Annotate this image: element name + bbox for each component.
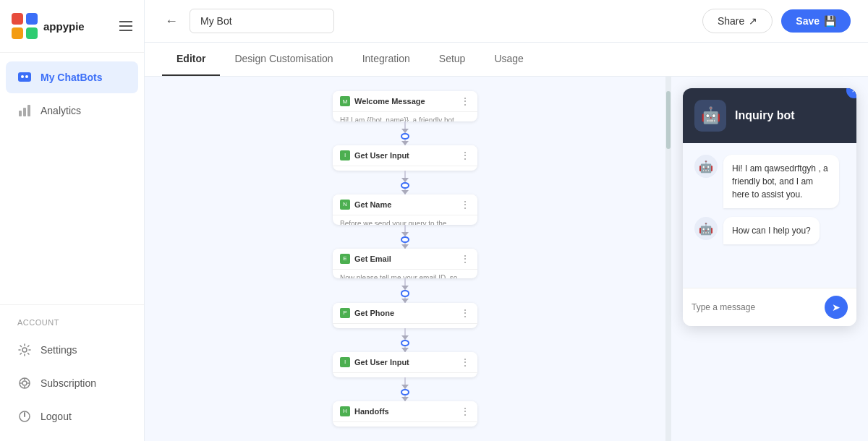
flow-dot-1	[401, 133, 409, 140]
bot-msg-avatar-2: 🤖	[694, 217, 718, 240]
share-icon: ↗	[749, 15, 757, 27]
main-content: ← Share ↗ Save 💾 Editor Design Customisa…	[145, 0, 868, 441]
bot-avatar: 🤖	[694, 100, 726, 132]
sidebar: appypie My ChatBots	[0, 0, 145, 441]
flow-dot-2	[401, 182, 409, 189]
logo-area: appypie	[0, 0, 144, 53]
connector-3b	[404, 243, 406, 249]
chat-preview-panel: × 🤖 Inquiry bot 🤖 Hi! I am qawsedrftgyh …	[683, 88, 856, 326]
svg-rect-7	[21, 80, 24, 82]
connector-5	[404, 328, 406, 340]
header: ← Share ↗ Save 💾	[145, 0, 868, 43]
svg-rect-0	[12, 13, 23, 25]
node-type-icon: E	[340, 254, 350, 264]
chat-header: 🤖 Inquiry bot	[683, 88, 856, 143]
tab-integration[interactable]: Integration	[348, 43, 425, 76]
node-header: H Handoffs ⋮	[333, 401, 477, 422]
node-menu-icon[interactable]: ⋮	[460, 150, 470, 161]
canvas-scrollbar[interactable]	[665, 77, 671, 441]
chat-messages: 🤖 Hi! I am qawsedrftgyh , a friendly bot…	[683, 143, 856, 288]
svg-point-5	[21, 75, 24, 78]
msg-bubble-1: Hi! I am qawsedrftgyh , a friendly bot, …	[723, 155, 839, 208]
logout-icon	[17, 409, 32, 424]
hamburger-menu[interactable]	[119, 21, 132, 31]
back-button[interactable]: ←	[162, 11, 181, 32]
node-type-icon: I	[340, 357, 350, 367]
svg-rect-4	[18, 72, 31, 82]
flow-dot-3	[401, 236, 409, 243]
flow-dot-5	[401, 340, 409, 346]
svg-rect-2	[12, 27, 23, 39]
node-header: I Get User Input ⋮	[333, 145, 477, 166]
node-menu-icon[interactable]: ⋮	[460, 199, 470, 210]
node-menu-icon[interactable]: ⋮	[460, 253, 470, 265]
subscription-icon	[17, 376, 32, 390]
flow-node-get-phone[interactable]: P Get Phone ⋮ Please share your contact …	[333, 303, 477, 328]
node-menu-icon[interactable]: ⋮	[460, 406, 470, 417]
sidebar-nav: My ChatBots Analytics	[0, 53, 144, 304]
node-body: Now please tell me your email ID, so tha…	[333, 270, 477, 279]
connector-3	[404, 225, 406, 236]
sidebar-item-subscription[interactable]: Subscription	[6, 367, 138, 399]
tab-editor[interactable]: Editor	[162, 43, 220, 76]
chat-message-input[interactable]	[692, 302, 819, 312]
node-header: I Get User Input ⋮	[333, 352, 477, 373]
node-type-icon: H	[340, 406, 350, 416]
save-icon: 💾	[824, 15, 836, 27]
node-body	[333, 422, 477, 427]
svg-rect-10	[27, 105, 30, 116]
sidebar-item-logout[interactable]: Logout	[6, 401, 138, 432]
share-button[interactable]: Share ↗	[702, 9, 773, 33]
flow-inner: M Welcome Message ⋮ Hi! I am {{bot_name}…	[145, 77, 665, 441]
scrollbar-thumb[interactable]	[666, 91, 671, 149]
flow-node-handoffs[interactable]: H Handoffs ⋮	[333, 401, 477, 427]
settings-icon	[17, 343, 32, 357]
node-menu-icon[interactable]: ⋮	[460, 356, 470, 368]
flow-node-get-user-input-1[interactable]: I Get User Input ⋮ How can I help you?	[333, 145, 477, 171]
msg-bubble-2: How can I help you?	[723, 217, 820, 244]
node-type-icon: I	[340, 150, 350, 160]
chatbots-icon	[17, 70, 32, 85]
app-name: appypie	[43, 20, 85, 33]
save-button[interactable]: Save 💾	[781, 9, 851, 33]
chatbots-label: My ChatBots	[41, 72, 103, 83]
chat-message-2: 🤖 How can I help you?	[694, 217, 845, 244]
node-menu-icon[interactable]: ⋮	[460, 307, 470, 319]
svg-rect-1	[26, 13, 38, 25]
flow-dot-6	[401, 389, 409, 395]
settings-label: Settings	[41, 344, 77, 356]
flow-node-get-email[interactable]: E Get Email ⋮ Now please tell me your em…	[333, 249, 477, 279]
node-menu-icon[interactable]: ⋮	[460, 95, 470, 107]
flow-canvas[interactable]: M Welcome Message ⋮ Hi! I am {{bot_name}…	[145, 77, 665, 441]
node-type-icon: P	[340, 308, 350, 318]
sidebar-item-chatbots[interactable]: My ChatBots	[6, 61, 138, 93]
tab-bar: Editor Design Customisation Integration …	[145, 43, 868, 77]
flow-node-get-user-input-2[interactable]: I Get User Input ⋮ Lastly, Please provid…	[333, 352, 477, 377]
subscription-label: Subscription	[41, 377, 96, 389]
sidebar-item-settings[interactable]: Settings	[6, 334, 138, 366]
node-header: P Get Phone ⋮	[333, 303, 477, 324]
tab-setup[interactable]: Setup	[425, 43, 480, 76]
send-button[interactable]: ➤	[825, 296, 848, 319]
connector-5b	[404, 346, 406, 352]
svg-rect-8	[19, 111, 22, 116]
sidebar-item-analytics[interactable]: Analytics	[6, 95, 138, 127]
node-body: Before we send your query to the concern…	[333, 215, 477, 225]
svg-rect-3	[26, 27, 38, 39]
header-actions: Share ↗ Save 💾	[702, 9, 851, 33]
logout-label: Logout	[41, 411, 72, 422]
send-icon: ➤	[832, 301, 841, 313]
bot-msg-avatar-1: 🤖	[694, 155, 718, 178]
content-area: M Welcome Message ⋮ Hi! I am {{bot_name}…	[145, 77, 868, 441]
chat-message-1: 🤖 Hi! I am qawsedrftgyh , a friendly bot…	[694, 155, 845, 208]
tab-design[interactable]: Design Customisation	[220, 43, 347, 76]
flow-node-welcome[interactable]: M Welcome Message ⋮ Hi! I am {{bot_name}…	[333, 91, 477, 121]
bot-name-input[interactable]	[190, 9, 334, 33]
flow-node-get-name[interactable]: N Get Name ⋮ Before we send your query t…	[333, 194, 477, 225]
svg-rect-9	[23, 108, 26, 116]
svg-point-13	[22, 381, 27, 385]
node-header: M Welcome Message ⋮	[333, 91, 477, 112]
connector-4	[404, 278, 406, 290]
analytics-label: Analytics	[41, 105, 81, 116]
tab-usage[interactable]: Usage	[480, 43, 537, 76]
